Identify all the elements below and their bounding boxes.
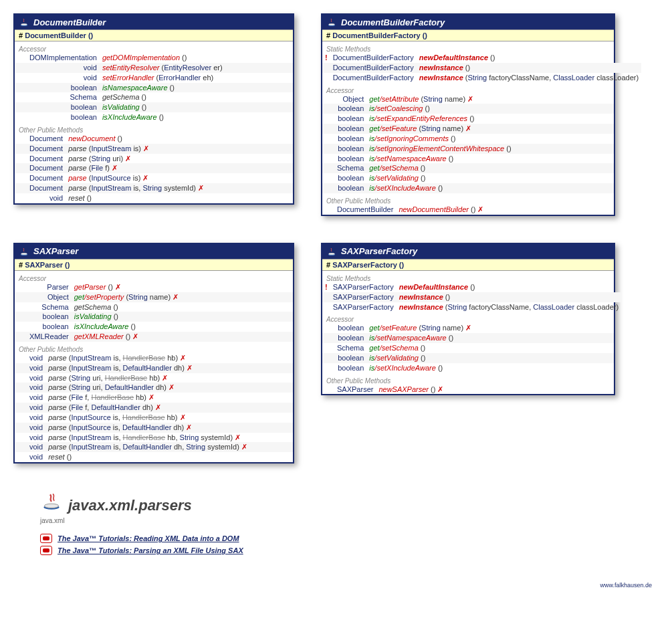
return-type: void	[27, 452, 45, 462]
return-type: boolean	[27, 102, 100, 112]
member-row: Objectget/setAttribute (String name) ✗	[322, 94, 614, 104]
return-type: void	[27, 73, 100, 83]
return-type: void	[27, 423, 45, 433]
section-label: Accessor	[15, 271, 293, 282]
member-row: !SAXParserFactorynewDefaultInstance ()	[322, 282, 621, 292]
class-card-SAXParserFactory: SAXParserFactory# SAXParserFactory ()Sta…	[321, 243, 615, 396]
return-type: SAXParserFactory	[330, 302, 397, 312]
member-table: voidparse (InputStream is, HandlerBase h…	[15, 353, 293, 462]
member-signature: is/setExpandEntityReferences ()	[366, 114, 614, 124]
member-row: DocumentnewDocument ()	[15, 134, 293, 144]
card-header: SAXParserFactory	[322, 244, 614, 259]
return-type: Document	[27, 154, 66, 164]
member-row: Documentparse (InputStream is) ✗	[15, 144, 293, 154]
member-signature: parse (File f, DefaultHandler dh) ✗	[45, 403, 293, 413]
section-label: Other Public Methods	[15, 122, 293, 134]
member-signature: newInstance (String factoryClassName, Cl…	[417, 73, 641, 83]
member-table: !DocumentBuilderFactorynewDefaultInstanc…	[322, 53, 641, 83]
member-signature: parse (InputStream is, HandlerBase hb) ✗	[45, 353, 293, 363]
tutorial-link[interactable]: The Java™ Tutorials: Parsing an XML File…	[40, 546, 659, 555]
return-type: DocumentBuilderFactory	[330, 73, 417, 83]
member-row: booleanis/setNamespaceAware ()	[322, 333, 614, 343]
member-signature: newSAXParser () ✗	[376, 385, 614, 395]
member-signature: reset ()	[66, 193, 293, 203]
member-table: ParsergetParser () ✗Objectget/setPropert…	[15, 282, 293, 342]
member-signature: is/setXIncludeAware ()	[366, 183, 614, 193]
return-type: void	[27, 433, 45, 443]
member-row: Objectget/setProperty (String name) ✗	[15, 292, 293, 302]
member-row: booleanget/setFeature (String name) ✗	[322, 323, 614, 333]
return-type: void	[27, 442, 45, 452]
return-type: Parser	[27, 282, 72, 292]
member-signature: is/setNamespaceAware ()	[366, 154, 614, 164]
card-header: DocumentBuilder	[15, 15, 293, 29]
return-type: boolean	[334, 173, 366, 183]
member-signature: parse (InputStream is) ✗	[66, 144, 293, 154]
member-signature: setErrorHandler (ErrorHandler eh)	[100, 73, 293, 83]
member-row: voidsetErrorHandler (ErrorHandler eh)	[15, 73, 293, 83]
return-type: DocumentBuilder	[334, 205, 396, 215]
return-type: boolean	[334, 124, 366, 134]
return-type: XMLReader	[27, 332, 72, 342]
member-signature: is/setCoalescing ()	[366, 104, 614, 114]
member-row: SchemagetSchema ()	[15, 302, 293, 312]
return-type: boolean	[334, 134, 366, 144]
return-type: void	[27, 383, 45, 393]
member-signature: is/setNamespaceAware ()	[366, 333, 614, 343]
member-table: SAXParsernewSAXParser () ✗	[322, 385, 614, 395]
member-signature: get/setAttribute (String name) ✗	[366, 94, 614, 104]
member-signature: get/setSchema ()	[366, 343, 614, 353]
package-module: java.xml	[40, 517, 659, 524]
return-type: boolean	[334, 144, 366, 154]
member-signature: is/setIgnoringElementContentWhitespace (…	[366, 144, 614, 154]
member-signature: isValidating ()	[72, 312, 293, 322]
return-type: void	[27, 63, 100, 73]
member-row: booleanis/setIgnoringElementContentWhite…	[322, 144, 614, 154]
member-signature: setEntityResolver (EntityResolver er)	[100, 63, 293, 73]
java-cup-icon	[326, 17, 337, 27]
member-signature: parse (String uri) ✗	[66, 154, 293, 164]
constructor-row: # SAXParserFactory ()	[322, 259, 614, 271]
section-label: Other Public Methods	[322, 373, 614, 385]
class-card-SAXParser: SAXParser# SAXParser ()AccessorParserget…	[13, 243, 294, 463]
member-row: booleanisXIncludeAware ()	[15, 112, 293, 122]
member-row: voidsetEntityResolver (EntityResolver er…	[15, 63, 293, 73]
return-type: boolean	[334, 114, 366, 124]
member-row: SAXParsernewSAXParser () ✗	[322, 385, 614, 395]
return-type: Schema	[334, 163, 366, 173]
member-row: booleanis/setValidating ()	[322, 173, 614, 183]
svg-point-9	[44, 504, 58, 508]
member-row: voidparse (InputStream is, DefaultHandle…	[15, 442, 293, 452]
member-signature: getSchema ()	[100, 92, 293, 102]
section-label: Static Methods	[322, 41, 614, 53]
return-type: boolean	[27, 312, 72, 322]
member-signature: isValidating ()	[100, 102, 293, 112]
class-title: DocumentBuilderFactory	[341, 17, 445, 27]
member-row: !DocumentBuilderFactorynewDefaultInstanc…	[322, 53, 641, 63]
member-signature: parse (File f) ✗	[66, 163, 293, 173]
return-type: boolean	[27, 83, 100, 93]
member-signature: getSchema ()	[72, 302, 293, 312]
card-header: SAXParser	[15, 244, 293, 259]
member-row: booleanisXIncludeAware ()	[15, 322, 293, 332]
return-type: void	[27, 363, 45, 373]
member-signature: isNamespaceAware ()	[100, 83, 293, 93]
member-row: booleanis/setNamespaceAware ()	[322, 154, 614, 164]
tutorial-link[interactable]: The Java™ Tutorials: Reading XML Data in…	[40, 534, 659, 543]
member-signature: isXIncludeAware ()	[100, 112, 293, 122]
member-row: Documentparse (InputStream is, String sy…	[15, 183, 293, 193]
member-signature: newInstance (String factoryClassName, Cl…	[397, 302, 621, 312]
class-card-DocumentBuilder: DocumentBuilder# DocumentBuilder ()Acces…	[13, 13, 294, 205]
constructor-row: # DocumentBuilder ()	[15, 29, 293, 41]
member-row: voidparse (String uri, DefaultHandler dh…	[15, 383, 293, 393]
member-row: SAXParserFactorynewInstance (String fact…	[322, 302, 621, 312]
return-type: void	[27, 403, 45, 413]
return-type: boolean	[334, 353, 366, 363]
return-type: Document	[27, 134, 66, 144]
credit-link[interactable]: www.falkhausen.de	[13, 582, 652, 589]
svg-point-5	[21, 253, 27, 255]
return-type: Document	[27, 183, 66, 193]
class-title: SAXParser	[33, 246, 78, 256]
package-name: javax.xml.parsers	[68, 497, 192, 514]
class-title: DocumentBuilder	[33, 17, 106, 27]
